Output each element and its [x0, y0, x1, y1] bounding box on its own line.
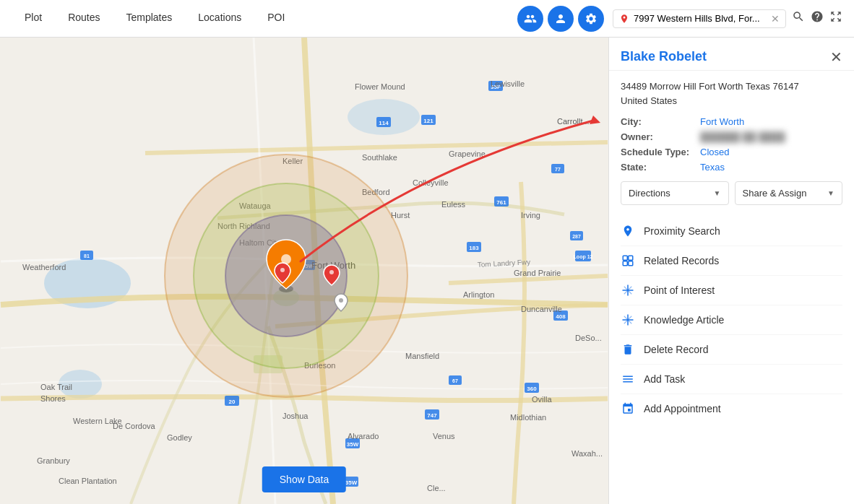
map-area[interactable]: 35W 20 360 35W: [0, 38, 608, 504]
show-data-button[interactable]: Show Data: [262, 466, 346, 492]
svg-text:Venus: Venus: [433, 432, 455, 440]
state-label: State:: [621, 162, 700, 173]
svg-text:Clean Plantation: Clean Plantation: [59, 477, 117, 485]
svg-text:Cle...: Cle...: [427, 484, 446, 492]
svg-text:Shores: Shores: [40, 394, 66, 403]
help-action-icon[interactable]: [811, 10, 824, 27]
add-appointment-label: Add Appointment: [644, 403, 721, 414]
search-action-icon[interactable]: [792, 10, 805, 27]
help-icon: [811, 10, 824, 23]
related-records-item[interactable]: Related Records: [621, 246, 842, 276]
map-svg: 35W 20 360 35W: [0, 38, 608, 504]
directions-dropdown[interactable]: Directions ▼: [621, 181, 729, 205]
svg-text:747: 747: [427, 412, 437, 419]
panel-close-button[interactable]: ✕: [830, 50, 842, 64]
users-nav-button[interactable]: [517, 6, 543, 32]
address-search-input[interactable]: [634, 13, 767, 24]
field-state: State: Texas: [621, 162, 842, 173]
svg-text:114: 114: [379, 120, 389, 126]
svg-text:35W: 35W: [347, 441, 359, 448]
nav-action-icons: [792, 10, 842, 27]
field-city: City: Fort Worth: [621, 116, 842, 127]
main-content: 35W 20 360 35W: [0, 38, 854, 504]
svg-text:81: 81: [84, 253, 90, 258]
nav-item-poi[interactable]: POI: [254, 0, 298, 38]
address-line1: 34489 Morrow Hill Fort Worth Texas 76147: [621, 81, 799, 92]
location-pin-icon: [619, 14, 629, 24]
svg-rect-90: [623, 261, 627, 266]
expand-icon: [829, 10, 842, 23]
side-panel: Blake Robelet ✕ 34489 Morrow Hill Fort W…: [608, 38, 854, 504]
svg-text:183: 183: [469, 245, 479, 251]
city-value[interactable]: Fort Worth: [700, 116, 842, 127]
directions-dropdown-arrow: ▼: [714, 189, 721, 197]
svg-text:Arlington: Arlington: [463, 290, 494, 299]
svg-rect-91: [629, 261, 633, 266]
svg-text:Joshua: Joshua: [282, 412, 309, 420]
delete-record-icon: [621, 342, 635, 357]
svg-text:761: 761: [496, 199, 506, 206]
add-appointment-item[interactable]: Add Appointment: [621, 394, 842, 423]
svg-text:121: 121: [423, 118, 434, 124]
settings-nav-button[interactable]: [578, 6, 604, 32]
top-nav: Plot Routes Templates Locations POI ✕: [0, 0, 854, 38]
directions-label: Directions: [629, 188, 670, 199]
field-schedule-type: Schedule Type: Closed: [621, 147, 842, 157]
nav-item-locations[interactable]: Locations: [185, 0, 254, 38]
panel-fields: City: Fort Worth Owner: ██████ ██ ████ S…: [621, 116, 842, 173]
svg-text:360: 360: [527, 386, 537, 392]
svg-text:Loop 12: Loop 12: [574, 254, 593, 260]
address-line2: United States: [621, 95, 677, 106]
delete-record-item[interactable]: Delete Record: [621, 335, 842, 365]
svg-text:35W: 35W: [345, 479, 358, 486]
point-of-interest-label: Point of Interest: [644, 284, 715, 296]
svg-text:20: 20: [229, 399, 236, 405]
city-label: City:: [621, 116, 700, 127]
knowledge-article-icon: [621, 313, 635, 327]
action-dropdowns: Directions ▼ Share & Assign ▼: [621, 181, 842, 205]
svg-text:Mansfield: Mansfield: [405, 352, 439, 360]
owner-value[interactable]: ██████ ██ ████: [700, 131, 842, 142]
svg-text:DeSo...: DeSo...: [575, 334, 602, 342]
delete-record-label: Delete Record: [644, 344, 709, 355]
knowledge-article-item[interactable]: Knowledge Article: [621, 305, 842, 335]
expand-action-icon[interactable]: [829, 10, 842, 27]
svg-text:Grapevine: Grapevine: [449, 149, 486, 158]
share-assign-dropdown[interactable]: Share & Assign ▼: [735, 181, 843, 205]
svg-text:Grand Prairie: Grand Prairie: [514, 269, 561, 277]
person-nav-button[interactable]: [548, 6, 574, 32]
state-value[interactable]: Texas: [700, 162, 842, 173]
svg-point-85: [339, 298, 343, 303]
svg-text:Waxah...: Waxah...: [572, 449, 603, 458]
nav-item-routes[interactable]: Routes: [55, 0, 113, 38]
related-records-icon: [621, 253, 635, 268]
svg-point-87: [626, 227, 629, 231]
proximity-search-item[interactable]: Proximity Search: [621, 217, 842, 246]
map-background: 35W 20 360 35W: [0, 38, 608, 504]
svg-text:Southlake: Southlake: [362, 153, 397, 162]
svg-text:Euless: Euless: [441, 200, 466, 209]
point-of-interest-item[interactable]: Point of Interest: [621, 276, 842, 305]
svg-text:Weatherford: Weatherford: [22, 263, 66, 271]
nav-item-templates[interactable]: Templates: [113, 0, 185, 38]
add-task-icon: [621, 372, 635, 386]
address-search-bar[interactable]: ✕: [613, 9, 786, 28]
search-clear-button[interactable]: ✕: [771, 13, 780, 25]
proximity-search-label: Proximity Search: [644, 225, 720, 237]
contact-name[interactable]: Blake Robelet: [621, 49, 707, 64]
svg-text:Alvarado: Alvarado: [348, 432, 379, 440]
svg-text:287: 287: [572, 234, 581, 239]
add-task-item[interactable]: Add Task: [621, 365, 842, 394]
svg-text:Midlothian: Midlothian: [510, 413, 546, 422]
panel-header: Blake Robelet ✕: [609, 38, 854, 71]
share-assign-label: Share & Assign: [743, 188, 807, 199]
nav-item-plot[interactable]: Plot: [12, 0, 55, 38]
svg-rect-89: [629, 256, 633, 260]
svg-text:Lewisville: Lewisville: [491, 79, 525, 88]
add-appointment-icon: [621, 401, 635, 416]
nav-icon-group: [517, 6, 604, 32]
svg-text:Granbury: Granbury: [37, 456, 70, 465]
schedule-type-value[interactable]: Closed: [700, 147, 842, 157]
svg-text:Ovilla: Ovilla: [532, 395, 552, 404]
svg-text:Oak Trail: Oak Trail: [40, 383, 72, 391]
